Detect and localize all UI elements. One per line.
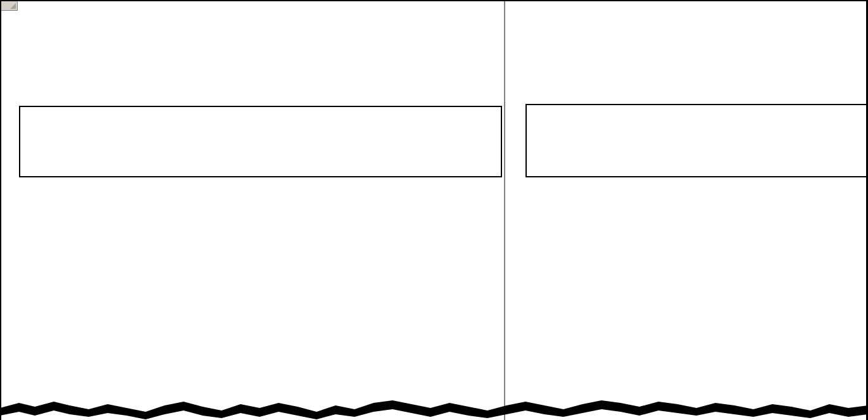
explanation-text-wide — [533, 105, 742, 176]
explanation-text-narrow — [736, 105, 831, 176]
screen-left-border — [0, 0, 1, 420]
error-circle-annotation-right — [747, 268, 829, 292]
error-circle-annotation-left — [348, 269, 421, 293]
instructions-box — [19, 106, 502, 177]
select-all-corner[interactable] — [0, 0, 18, 11]
torn-edge-decoration — [0, 398, 868, 420]
spreadsheet-screen — [0, 0, 868, 420]
input-sheet-status-value — [134, 53, 217, 74]
explanation-box — [525, 104, 868, 177]
overall-status-value — [418, 53, 504, 74]
select-all-triangle-icon — [10, 3, 16, 9]
pane-split-line[interactable] — [504, 0, 505, 420]
screen-top-border — [0, 0, 868, 1]
